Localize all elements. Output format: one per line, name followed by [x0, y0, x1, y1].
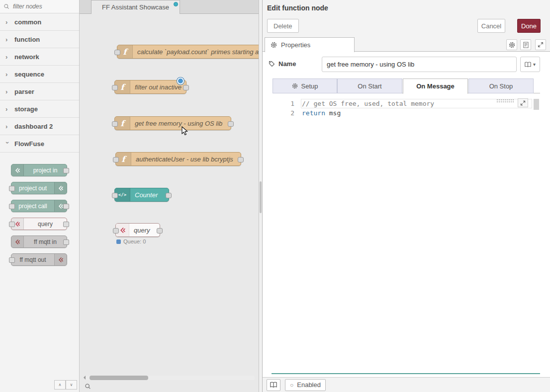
palette-node-project-call[interactable]: project call — [11, 200, 67, 212]
palette-node-label: project in — [24, 167, 67, 174]
chevron-right-icon: › — [5, 54, 10, 60]
horizontal-scrollbar[interactable] — [86, 376, 255, 380]
category-label: FlowFuse — [14, 140, 44, 148]
done-button[interactable]: Done — [517, 19, 541, 33]
code-editor[interactable]: 1 // get OS free, used, total memory 2 r… — [272, 97, 540, 374]
flow-area[interactable]: f calculate `payload.count` primes start… — [80, 14, 259, 392]
palette-search[interactable] — [0, 0, 79, 13]
tab-on-start[interactable]: On Start — [337, 78, 402, 93]
palette-category-common[interactable]: ›common — [0, 13, 79, 31]
flowfuse-icon — [54, 182, 67, 194]
input-port[interactable] — [112, 121, 118, 127]
flow-node-authenticate-user[interactable]: f authenticateUser - use lib bcryptjs — [115, 152, 241, 166]
code-comment: // get OS free, used, total memory — [302, 100, 434, 107]
zoom-search-icon[interactable] — [83, 382, 92, 391]
flow-node-calculate-primes[interactable]: f calculate `payload.count` primes start… — [117, 45, 259, 59]
palette-category-parser[interactable]: ›parser — [0, 83, 79, 100]
gear-icon — [509, 42, 515, 48]
tab-on-message[interactable]: On Message — [403, 78, 468, 94]
tab-properties[interactable]: Properties — [265, 37, 355, 52]
palette-node-ff-mqtt-out[interactable]: ff mqtt out — [11, 253, 67, 266]
node-red-app: ›common ›function ›network ›sequence ›pa… — [0, 0, 550, 392]
output-port[interactable] — [238, 157, 244, 162]
output-port — [63, 168, 69, 173]
output-port[interactable] — [183, 85, 189, 90]
name-row: Name ▾ — [263, 57, 550, 72]
status-text: Queue: 0 — [123, 238, 146, 244]
palette-node-label: ff mqtt out — [11, 256, 54, 263]
palette-node-query[interactable]: query — [11, 218, 67, 230]
divider-grip[interactable] — [260, 181, 262, 213]
expand-icon — [538, 42, 544, 48]
category-label: function — [14, 36, 40, 43]
node-label: get free memory - using OS lib — [130, 120, 227, 127]
palette-category-network[interactable]: ›network — [0, 48, 79, 66]
input-port[interactable] — [112, 85, 118, 90]
library-button[interactable] — [267, 379, 280, 391]
node-settings-button[interactable] — [506, 39, 517, 50]
node-label: Counter — [130, 191, 163, 199]
tab-label: On Message — [416, 82, 455, 90]
output-port[interactable] — [166, 193, 172, 198]
expand-editor-button[interactable] — [518, 98, 528, 107]
palette-node-project-out[interactable]: project out — [11, 182, 67, 194]
drag-handle-dots[interactable] — [496, 99, 514, 103]
output-port[interactable] — [228, 121, 234, 127]
name-input[interactable] — [322, 57, 517, 72]
delete-button[interactable]: Delete — [267, 19, 299, 33]
output-port[interactable] — [157, 228, 163, 234]
enabled-toggle-button[interactable]: ○ Enabled — [285, 379, 326, 391]
palette-node-ff-mqtt-in[interactable]: ff mqtt in — [11, 235, 67, 248]
node-label: query — [129, 227, 155, 234]
editor-scrollbar-thumb[interactable] — [534, 99, 539, 110]
workspace-tab[interactable]: FF Assistant Showcase — [91, 0, 180, 14]
flow-node-counter[interactable]: </> Counter — [114, 188, 169, 202]
book-icon — [270, 382, 277, 388]
caret-down-icon: ▾ — [533, 62, 536, 67]
expand-tray-button[interactable] — [535, 39, 546, 50]
input-port[interactable] — [113, 228, 119, 234]
label-options-button[interactable]: ▾ — [520, 57, 540, 72]
flow-node-query[interactable]: query — [115, 223, 160, 237]
enabled-label: Enabled — [297, 381, 321, 389]
palette-search-input[interactable] — [12, 2, 76, 10]
expand-categories-button[interactable]: ∨ — [66, 380, 77, 390]
input-port — [9, 186, 15, 191]
palette-node-project-in[interactable]: project in — [11, 164, 67, 176]
function-editor-tabs: Setup On Start On Message On Stop — [273, 78, 540, 93]
gear-icon — [271, 42, 277, 48]
cancel-button[interactable]: Cancel — [477, 19, 505, 33]
enabled-circle-icon: ○ — [290, 382, 293, 388]
tab-label: Setup — [301, 82, 318, 90]
palette-category-sequence[interactable]: ›sequence — [0, 66, 79, 83]
palette-category-flowfuse[interactable]: ›FlowFuse — [0, 135, 79, 153]
scroll-left-arrow[interactable] — [82, 376, 86, 380]
category-label: sequence — [14, 71, 44, 78]
palette-node-label: project call — [11, 203, 54, 210]
output-port — [63, 204, 69, 209]
category-label: dashboard 2 — [14, 123, 53, 130]
expand-icon — [520, 100, 526, 106]
palette-node-label: project out — [11, 185, 54, 192]
node-label: authenticateUser - use lib bcryptjs — [131, 156, 238, 163]
flow-canvas[interactable]: FF Assistant Showcase f calculate `paylo… — [80, 0, 259, 392]
tab-setup[interactable]: Setup — [273, 78, 337, 93]
workspace-tab-label: FF Assistant Showcase — [102, 3, 169, 11]
palette-category-storage[interactable]: ›storage — [0, 100, 79, 118]
collapse-categories-button[interactable]: ∧ — [54, 380, 66, 390]
status-dot — [116, 239, 121, 244]
panel-resize-divider[interactable] — [259, 0, 263, 392]
line-number: 1 — [272, 100, 301, 107]
flow-node-get-free-memory[interactable]: f get free memory - using OS lib — [114, 116, 231, 130]
input-port[interactable] — [112, 193, 118, 198]
flowfuse-icon — [11, 236, 24, 247]
flow-node-filter-out-inactive[interactable]: f filter out inactive — [114, 80, 186, 94]
description-button[interactable] — [520, 39, 531, 50]
palette-category-dashboard2[interactable]: ›dashboard 2 — [0, 118, 79, 135]
code-text: msg — [325, 109, 341, 117]
tab-on-stop[interactable]: On Stop — [468, 78, 534, 93]
input-port[interactable] — [113, 157, 119, 162]
horizontal-scrollbar-thumb[interactable] — [90, 376, 148, 380]
input-port[interactable] — [114, 50, 120, 55]
palette-category-function[interactable]: ›function — [0, 31, 79, 48]
